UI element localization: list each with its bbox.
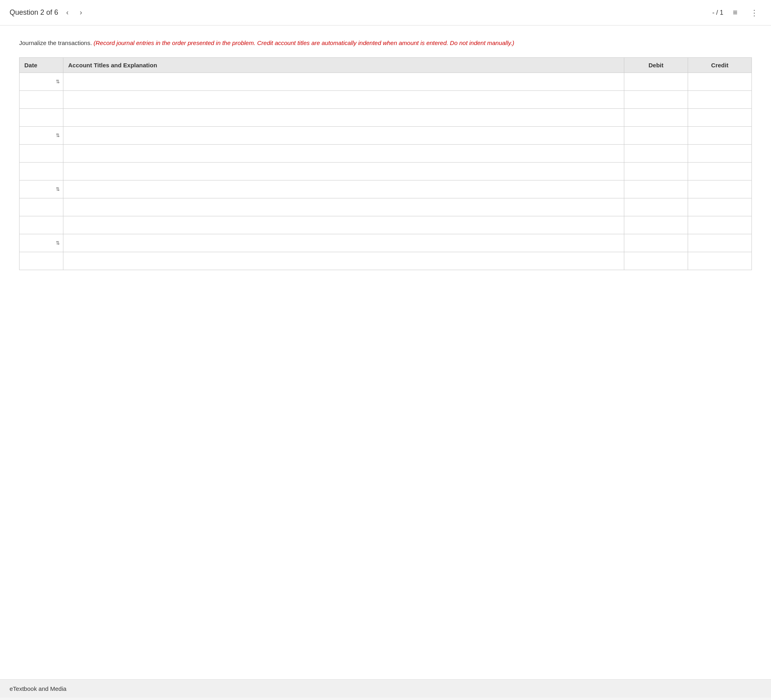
table-header-row: Date Account Titles and Explanation Debi… bbox=[20, 58, 752, 73]
debit-input-2-3[interactable] bbox=[624, 163, 688, 180]
date-cell-1: ⇅ bbox=[20, 73, 63, 91]
debit-input-1-2[interactable] bbox=[624, 91, 688, 108]
account-input-3-2[interactable] bbox=[63, 198, 624, 216]
table-row: ⇅ bbox=[20, 127, 752, 145]
list-icon-button[interactable]: ≡ bbox=[730, 6, 741, 19]
account-input-3-3[interactable] bbox=[63, 216, 624, 234]
date-select-4[interactable] bbox=[20, 234, 63, 252]
date-cell-empty-1-2 bbox=[20, 91, 63, 109]
account-cell-3-3 bbox=[63, 216, 624, 234]
account-input-3-1[interactable] bbox=[63, 180, 624, 198]
debit-input-2-1[interactable] bbox=[624, 127, 688, 144]
date-select-wrapper-1: ⇅ bbox=[20, 73, 63, 90]
prev-button[interactable]: ‹ bbox=[63, 7, 72, 18]
col-header-debit: Debit bbox=[624, 58, 688, 73]
debit-cell-4-1 bbox=[624, 234, 688, 252]
header-left: Question 2 of 6 ‹ › bbox=[10, 7, 85, 18]
debit-input-3-3[interactable] bbox=[624, 216, 688, 234]
debit-cell-3-3 bbox=[624, 216, 688, 234]
date-select-3[interactable] bbox=[20, 180, 63, 198]
account-input-2-1[interactable] bbox=[63, 127, 624, 144]
account-input-2-3[interactable] bbox=[63, 163, 624, 180]
date-cell-2: ⇅ bbox=[20, 127, 63, 145]
table-body: ⇅ bbox=[20, 73, 752, 270]
table-row bbox=[20, 163, 752, 180]
account-input-4-1[interactable] bbox=[63, 234, 624, 252]
credit-cell-3-2 bbox=[688, 198, 752, 216]
col-header-credit: Credit bbox=[688, 58, 752, 73]
date-select-1[interactable] bbox=[20, 73, 63, 90]
page-indicator: - / 1 bbox=[712, 9, 724, 16]
credit-cell-1-1 bbox=[688, 73, 752, 91]
header: Question 2 of 6 ‹ › - / 1 ≡ ⋮ bbox=[0, 0, 771, 25]
date-select-wrapper-2: ⇅ bbox=[20, 127, 63, 144]
account-input-1-1[interactable] bbox=[63, 73, 624, 90]
footer-label: eTextbook and Media bbox=[10, 685, 67, 692]
table-row: ⇅ bbox=[20, 73, 752, 91]
credit-input-1-2[interactable] bbox=[688, 91, 751, 108]
date-cell-empty-4-2 bbox=[20, 252, 63, 270]
table-row bbox=[20, 145, 752, 163]
date-cell-4: ⇅ bbox=[20, 234, 63, 252]
account-cell-1-2 bbox=[63, 91, 624, 109]
account-input-1-3[interactable] bbox=[63, 109, 624, 126]
next-button[interactable]: › bbox=[77, 7, 85, 18]
credit-input-4-1[interactable] bbox=[688, 234, 751, 252]
credit-input-1-1[interactable] bbox=[688, 73, 751, 90]
credit-input-3-1[interactable] bbox=[688, 180, 751, 198]
debit-cell-1-1 bbox=[624, 73, 688, 91]
date-select-wrapper-3: ⇅ bbox=[20, 180, 63, 198]
date-cell-empty-2-2 bbox=[20, 145, 63, 163]
credit-cell-3-1 bbox=[688, 180, 752, 198]
credit-input-2-2[interactable] bbox=[688, 145, 751, 162]
credit-cell-2-1 bbox=[688, 127, 752, 145]
account-cell-3-1 bbox=[63, 180, 624, 198]
date-cell-empty-1-3 bbox=[20, 109, 63, 127]
question-title: Question 2 of 6 bbox=[10, 8, 58, 17]
account-cell-4-1 bbox=[63, 234, 624, 252]
header-right: - / 1 ≡ ⋮ bbox=[712, 6, 761, 19]
debit-input-4-1[interactable] bbox=[624, 234, 688, 252]
debit-input-1-1[interactable] bbox=[624, 73, 688, 90]
account-input-2-2[interactable] bbox=[63, 145, 624, 162]
debit-input-3-2[interactable] bbox=[624, 198, 688, 216]
debit-input-3-1[interactable] bbox=[624, 180, 688, 198]
debit-input-1-3[interactable] bbox=[624, 109, 688, 126]
credit-input-1-3[interactable] bbox=[688, 109, 751, 126]
table-row bbox=[20, 109, 752, 127]
table-row bbox=[20, 198, 752, 216]
account-cell-2-3 bbox=[63, 163, 624, 180]
debit-cell-3-1 bbox=[624, 180, 688, 198]
debit-cell-3-2 bbox=[624, 198, 688, 216]
credit-input-3-3[interactable] bbox=[688, 216, 751, 234]
debit-cell-1-2 bbox=[624, 91, 688, 109]
account-input-4-2[interactable] bbox=[63, 252, 624, 270]
credit-input-2-3[interactable] bbox=[688, 163, 751, 180]
date-select-2[interactable] bbox=[20, 127, 63, 144]
debit-cell-2-3 bbox=[624, 163, 688, 180]
date-cell-empty-3-2 bbox=[20, 198, 63, 216]
credit-cell-2-2 bbox=[688, 145, 752, 163]
credit-cell-1-3 bbox=[688, 109, 752, 127]
credit-input-3-2[interactable] bbox=[688, 198, 751, 216]
date-cell-empty-2-3 bbox=[20, 163, 63, 180]
instruction-italic: (Record journal entries in the order pre… bbox=[94, 39, 514, 46]
credit-cell-1-2 bbox=[688, 91, 752, 109]
credit-cell-3-3 bbox=[688, 216, 752, 234]
col-header-date: Date bbox=[20, 58, 63, 73]
account-cell-1-3 bbox=[63, 109, 624, 127]
instruction-static: Journalize the transactions. bbox=[19, 39, 94, 46]
table-row: ⇅ bbox=[20, 234, 752, 252]
date-select-wrapper-4: ⇅ bbox=[20, 234, 63, 252]
table-row bbox=[20, 216, 752, 234]
debit-input-2-2[interactable] bbox=[624, 145, 688, 162]
col-header-account: Account Titles and Explanation bbox=[63, 58, 624, 73]
table-row: ⇅ bbox=[20, 180, 752, 198]
account-input-1-2[interactable] bbox=[63, 91, 624, 108]
credit-input-4-2[interactable] bbox=[688, 252, 751, 270]
table-row bbox=[20, 252, 752, 270]
more-icon-button[interactable]: ⋮ bbox=[747, 6, 761, 19]
debit-input-4-2[interactable] bbox=[624, 252, 688, 270]
credit-input-2-1[interactable] bbox=[688, 127, 751, 144]
debit-cell-2-1 bbox=[624, 127, 688, 145]
